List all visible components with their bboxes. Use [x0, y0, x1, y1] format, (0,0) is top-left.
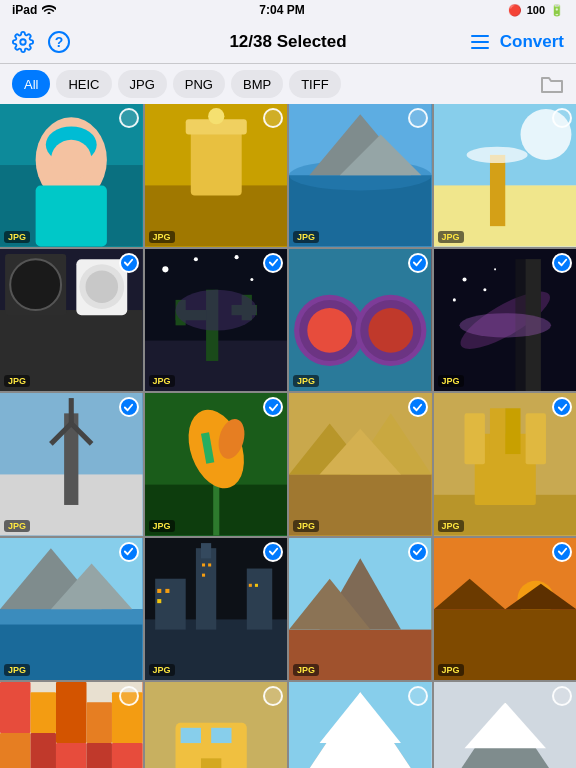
photo-cell-9[interactable]: JPG [0, 393, 143, 536]
svg-rect-118 [31, 733, 56, 768]
check-selected-8 [552, 253, 572, 273]
photo-label-5: JPG [4, 375, 30, 387]
folder-button[interactable] [540, 74, 564, 94]
check-empty-19 [408, 686, 428, 706]
photo-label-15: JPG [293, 664, 319, 676]
svg-rect-81 [464, 413, 484, 464]
photo-label-3: JPG [293, 231, 319, 243]
svg-rect-121 [87, 702, 112, 743]
photo-cell-12[interactable]: JPG [434, 393, 577, 536]
photo-label-8: JPG [438, 375, 464, 387]
check-empty-4 [552, 108, 572, 128]
photo-label-9: JPG [4, 520, 30, 532]
photo-cell-20[interactable]: JPG [434, 682, 577, 768]
photo-label-11: JPG [293, 520, 319, 532]
filter-bar: All HEIC JPG PNG BMP TIFF [0, 64, 576, 104]
svg-rect-130 [200, 758, 220, 768]
svg-point-28 [10, 259, 61, 310]
svg-rect-102 [248, 583, 251, 586]
svg-point-9 [51, 140, 92, 181]
photo-cell-8[interactable]: JPG [434, 249, 577, 392]
battery-percentage: 100 [527, 4, 545, 16]
svg-rect-116 [0, 733, 31, 768]
svg-rect-7 [36, 185, 107, 246]
photo-cell-1[interactable]: JPG [0, 104, 143, 247]
filter-pills: All HEIC JPG PNG BMP TIFF [12, 70, 341, 98]
photo-cell-4[interactable]: JPG [434, 104, 577, 247]
svg-point-59 [483, 288, 486, 291]
svg-point-57 [452, 298, 455, 301]
svg-point-56 [462, 277, 466, 281]
svg-rect-100 [208, 563, 211, 566]
svg-point-51 [368, 308, 413, 353]
svg-point-40 [193, 257, 197, 261]
svg-rect-103 [254, 583, 257, 586]
photo-cell-5[interactable]: JPG [0, 249, 143, 392]
filter-heic[interactable]: HEIC [56, 70, 111, 98]
status-left: iPad [12, 3, 56, 17]
photo-cell-11[interactable]: JPG [289, 393, 432, 536]
svg-point-44 [175, 289, 256, 330]
filter-all[interactable]: All [12, 70, 50, 98]
photo-cell-2[interactable]: JPG [145, 104, 288, 247]
photo-label-7: JPG [293, 375, 319, 387]
device-label: iPad [12, 3, 37, 17]
check-selected-12 [552, 397, 572, 417]
check-empty-1 [119, 108, 139, 128]
svg-rect-99 [202, 563, 205, 566]
filter-png[interactable]: PNG [173, 70, 225, 98]
check-selected-14 [263, 542, 283, 562]
svg-rect-122 [87, 743, 112, 768]
svg-rect-12 [190, 124, 241, 195]
filter-tiff[interactable]: TIFF [289, 70, 340, 98]
check-selected-11 [408, 397, 428, 417]
svg-point-60 [459, 313, 551, 337]
status-bar: iPad 7:04 PM 🔴 100 🔋 [0, 0, 576, 20]
photo-cell-13[interactable]: JPG [0, 538, 143, 681]
svg-rect-101 [202, 573, 205, 576]
photo-cell-14[interactable]: JPG [145, 538, 288, 681]
photo-label-12: JPG [438, 520, 464, 532]
svg-point-48 [307, 308, 352, 353]
status-time: 7:04 PM [259, 3, 304, 17]
photo-cell-15[interactable]: JPG [289, 538, 432, 681]
svg-rect-119 [56, 682, 87, 743]
photo-cell-19[interactable]: JPG [289, 682, 432, 768]
filter-jpg[interactable]: JPG [118, 70, 167, 98]
svg-rect-117 [31, 692, 56, 733]
svg-rect-82 [525, 413, 545, 464]
photo-cell-7[interactable]: JPG [289, 249, 432, 392]
nav-title: 12/38 Selected [229, 32, 346, 52]
svg-rect-83 [489, 408, 504, 454]
svg-rect-94 [155, 578, 186, 629]
photo-cell-17[interactable]: JPG [0, 682, 143, 768]
check-empty-17 [119, 686, 139, 706]
nav-right: Convert [470, 32, 564, 52]
photo-cell-10[interactable]: JPG [145, 393, 288, 536]
svg-rect-97 [165, 588, 169, 592]
help-button[interactable]: ? [48, 31, 70, 53]
svg-point-31 [86, 270, 119, 303]
photo-grid-wrapper: JPGJPGJPGJPGJPGJPGJPGJPGJPGJPGJPGJPGJPGJ… [0, 104, 576, 768]
check-selected-5 [119, 253, 139, 273]
settings-button[interactable] [12, 31, 34, 53]
svg-rect-128 [180, 728, 200, 743]
svg-rect-93 [200, 543, 210, 558]
check-empty-2 [263, 108, 283, 128]
list-view-button[interactable] [470, 33, 490, 51]
svg-point-41 [234, 255, 238, 259]
photo-cell-18[interactable]: JPG [145, 682, 288, 768]
photo-cell-3[interactable]: JPG [289, 104, 432, 247]
convert-button[interactable]: Convert [500, 32, 564, 52]
bluetooth-icon: 🔴 [508, 4, 522, 17]
help-icon: ? [55, 34, 64, 50]
svg-point-0 [20, 39, 26, 45]
check-selected-13 [119, 542, 139, 562]
photo-cell-16[interactable]: JPG [434, 538, 577, 681]
filter-bmp[interactable]: BMP [231, 70, 283, 98]
photo-cell-6[interactable]: JPG [145, 249, 288, 392]
svg-point-58 [494, 268, 496, 270]
svg-rect-95 [246, 568, 271, 629]
svg-point-43 [250, 278, 253, 281]
photo-label-16: JPG [438, 664, 464, 676]
